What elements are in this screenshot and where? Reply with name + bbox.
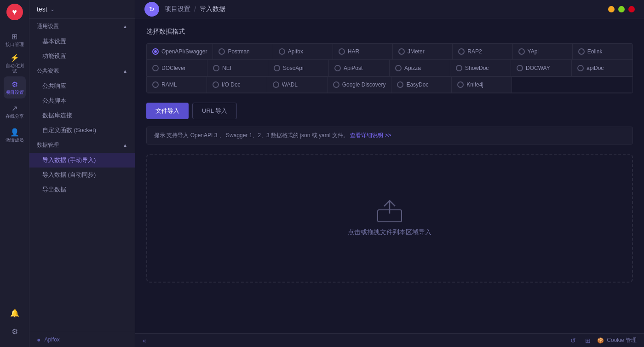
url-import-button[interactable]: URL 导入	[192, 103, 237, 119]
format-nei[interactable]: NEI	[207, 60, 268, 76]
project-name[interactable]: test ⌄	[37, 6, 55, 13]
radio-yapi	[518, 48, 525, 55]
format-sosoapi[interactable]: SosoApi	[268, 60, 329, 76]
general-settings-header[interactable]: 通用设置 ▲	[29, 19, 135, 34]
sidebar-item-export-data[interactable]: 导出数据	[29, 182, 135, 197]
hint-text: 提示 支持导入 OpenAPI 3 、 Swagger 1、2、3 数据格式的 …	[154, 132, 349, 139]
sidebar-item-automation-test[interactable]: ⚡ 自动化测试	[4, 52, 26, 75]
public-resources-section: 公共资源 ▲ 公共响应 公共脚本 数据库连接 自定义函数 (Socket)	[29, 64, 135, 138]
wide-sidebar: test ⌄ 通用设置 ▲ 基本设置 功能设置 公共资源 ▲ 公共响应 公共脚本…	[29, 0, 135, 347]
breadcrumb-separator: /	[194, 6, 196, 13]
project-settings-icon: ⚙	[12, 80, 18, 89]
sidebar-item-database-connection[interactable]: 数据库连接	[29, 108, 135, 123]
format-empty-2	[572, 77, 632, 93]
sidebar-header: test ⌄	[29, 0, 135, 19]
main-content: ↻ 项目设置 / 导入数据 − □ × 选择数据格式 OpenAPI/Swagg…	[135, 0, 644, 347]
format-apidoc[interactable]: apiDoc	[572, 60, 632, 76]
format-io-doc[interactable]: I/O Doc	[207, 77, 267, 93]
format-apipost[interactable]: ApiPost	[329, 60, 390, 76]
format-showdoc[interactable]: ShowDoc	[450, 60, 511, 76]
breadcrumb: 项目设置 / 导入数据	[165, 5, 225, 13]
breadcrumb-parent[interactable]: 项目设置	[165, 5, 190, 13]
minimize-button[interactable]: −	[608, 6, 615, 12]
online-share-icon: ↗	[12, 104, 17, 113]
format-doclever[interactable]: DOClever	[147, 60, 207, 76]
format-rap2[interactable]: RAP2	[453, 44, 512, 60]
format-empty-1	[512, 77, 572, 93]
format-knife4j[interactable]: Knife4j	[452, 77, 512, 93]
radio-showdoc	[456, 65, 462, 71]
format-openapi-swagger[interactable]: OpenAPI/Swagger	[147, 44, 213, 60]
cookie-icon: 🍪	[597, 337, 604, 344]
drop-zone[interactable]: 点击或拖拽文件到本区域导入	[146, 154, 633, 283]
automation-test-icon: ⚡	[10, 53, 19, 62]
invite-members-icon: 👤	[10, 128, 19, 137]
import-buttons: 文件导入 URL 导入	[146, 103, 633, 119]
refresh-button[interactable]: ↻	[144, 2, 159, 17]
hint-link[interactable]: 查看详细说明 >>	[350, 132, 391, 139]
radio-har	[339, 48, 345, 55]
app-logo[interactable]: ♥	[6, 4, 23, 20]
api-management-icon: ⊞	[12, 32, 17, 41]
cookie-info[interactable]: 🍪 Cookie 管理	[597, 336, 637, 344]
sidebar-item-feature-settings[interactable]: 功能设置	[29, 49, 135, 64]
format-eolink[interactable]: Eolink	[573, 44, 632, 60]
window-controls: − □ ×	[608, 6, 635, 12]
format-jmeter[interactable]: JMeter	[393, 44, 453, 60]
drop-zone-text: 点击或拖拽文件到本区域导入	[348, 228, 431, 237]
format-apizza[interactable]: Apizza	[390, 60, 450, 76]
radio-knife4j	[457, 81, 464, 88]
radio-doclever	[152, 65, 159, 71]
format-wadl[interactable]: WADL	[267, 77, 328, 93]
radio-io-doc	[213, 81, 219, 88]
collapse-button[interactable]: «	[143, 337, 146, 344]
sidebar-item-project-settings[interactable]: ⚙ 项目设置	[4, 76, 26, 98]
sidebar-item-custom-function[interactable]: 自定义函数 (Socket)	[29, 123, 135, 138]
title-bar-left: ↻ 项目设置 / 导入数据	[144, 2, 225, 17]
radio-apidoc	[577, 65, 584, 71]
title-bar: ↻ 项目设置 / 导入数据 − □ ×	[135, 0, 644, 18]
narrow-sidebar: ♥ ⊞ 接口管理 ⚡ 自动化测试 ⚙ 项目设置 ↗ 在线分享 👤 激请成员 🔔 …	[0, 0, 29, 347]
bottom-right: ↺ ⊞ 🍪 Cookie 管理	[568, 335, 637, 346]
format-easydoc[interactable]: EasyDoc	[391, 77, 452, 93]
format-google-discovery[interactable]: Google Discovery	[328, 77, 392, 93]
format-apifox[interactable]: Apifox	[273, 44, 333, 60]
refresh-bottom-icon[interactable]: ↺	[568, 335, 579, 346]
content-area: 选择数据格式 OpenAPI/Swagger Postman Apifox	[135, 18, 644, 333]
sidebar-item-import-manual[interactable]: 导入数据 (手动导入)	[29, 153, 135, 168]
sidebar-item-invite-members[interactable]: 👤 激请成员	[4, 124, 26, 146]
format-selection: OpenAPI/Swagger Postman Apifox HAR JMete…	[146, 43, 633, 93]
close-button[interactable]: ×	[628, 6, 635, 12]
breadcrumb-current: 导入数据	[200, 5, 225, 13]
format-docway[interactable]: DOCWAY	[511, 60, 572, 76]
notification-icon-btn[interactable]: 🔔	[6, 305, 23, 321]
radio-postman	[218, 48, 225, 55]
radio-easydoc	[397, 81, 403, 88]
radio-nei	[213, 65, 219, 71]
format-yapi[interactable]: YApi	[513, 44, 573, 60]
public-resources-header[interactable]: 公共资源 ▲	[29, 64, 135, 79]
sidebar-item-api-management[interactable]: ⊞ 接口管理	[4, 29, 26, 51]
radio-google-discovery	[333, 81, 339, 88]
maximize-button[interactable]: □	[618, 6, 625, 12]
sidebar-item-basic-settings[interactable]: 基本设置	[29, 34, 135, 49]
bottom-bar: « ↺ ⊞ 🍪 Cookie 管理	[135, 333, 644, 347]
sidebar-item-public-script[interactable]: 公共脚本	[29, 93, 135, 108]
data-management-header[interactable]: 数据管理 ▲	[29, 138, 135, 153]
radio-sosoapi	[274, 65, 280, 71]
grid-bottom-icon[interactable]: ⊞	[582, 335, 593, 346]
settings-icon-btn[interactable]: ⚙	[6, 323, 23, 340]
format-postman[interactable]: Postman	[213, 44, 273, 60]
sidebar-item-import-auto[interactable]: 导入数据 (自动同步)	[29, 168, 135, 182]
sidebar-item-online-share[interactable]: ↗ 在线分享	[4, 100, 26, 122]
hint-bar: 提示 支持导入 OpenAPI 3 、 Swagger 1、2、3 数据格式的 …	[146, 127, 633, 145]
format-raml[interactable]: RAML	[147, 77, 207, 93]
bottom-icons: 🔔 ⚙	[6, 305, 23, 343]
radio-apipost	[334, 65, 341, 71]
file-import-button[interactable]: 文件导入	[146, 103, 189, 119]
general-settings-section: 通用设置 ▲ 基本设置 功能设置	[29, 19, 135, 64]
format-har[interactable]: HAR	[333, 44, 393, 60]
radio-eolink	[578, 48, 585, 55]
sidebar-item-public-response[interactable]: 公共响应	[29, 79, 135, 93]
radio-jmeter	[398, 48, 405, 55]
